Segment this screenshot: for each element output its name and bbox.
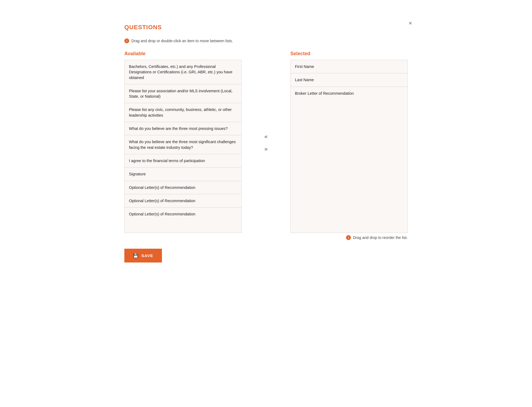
selected-list: First NameLast NameBroker Letter of Reco… xyxy=(290,60,408,233)
available-list-item[interactable]: Signature xyxy=(125,168,241,181)
available-list-item[interactable]: What do you believe are the three most s… xyxy=(125,135,241,154)
available-list-item[interactable]: Please list any civic, community, busine… xyxy=(125,103,241,122)
transfer-controls: « » xyxy=(258,51,274,154)
available-list-item[interactable]: Optional Letter(s) of Recommendation xyxy=(125,194,241,208)
available-list-item[interactable]: What do you believe are the three most p… xyxy=(125,122,241,135)
selected-list-item[interactable]: First Name xyxy=(291,60,407,73)
selected-list-item[interactable]: Last Name xyxy=(291,73,407,87)
save-button[interactable]: 💾 SAVE xyxy=(124,249,162,262)
save-icon: 💾 xyxy=(133,253,139,258)
available-section: Available Bachelors, Certificates, etc.)… xyxy=(124,51,242,233)
available-list-item[interactable]: Bachelors, Certificates, etc.) and any P… xyxy=(125,60,241,84)
available-list-item[interactable]: Please list your association and/or MLS … xyxy=(125,84,241,103)
available-list-item[interactable]: I agree to the financial terms of partic… xyxy=(125,154,241,168)
info-bar: i Drag and drop or double-click an item … xyxy=(124,38,408,43)
info-text: Drag and drop or double-click an item to… xyxy=(131,39,233,43)
move-right-button[interactable]: » xyxy=(262,145,270,154)
reorder-info-icon: i xyxy=(346,235,351,240)
lists-wrapper: Available Bachelors, Certificates, etc.)… xyxy=(124,51,408,240)
available-list: Bachelors, Certificates, etc.) and any P… xyxy=(124,60,242,233)
selected-section: Selected First NameLast NameBroker Lette… xyxy=(290,51,408,240)
available-title: Available xyxy=(124,51,242,57)
reorder-info: i Drag and drop to reorder the list. xyxy=(290,235,408,240)
move-left-button[interactable]: « xyxy=(262,132,270,141)
save-label: SAVE xyxy=(141,253,153,258)
info-icon: i xyxy=(124,38,129,43)
selected-title: Selected xyxy=(290,51,408,57)
reorder-text: Drag and drop to reorder the list. xyxy=(353,235,408,240)
selected-list-item[interactable]: Broker Letter of Recommendation xyxy=(291,87,407,100)
page-title: QUESTIONS xyxy=(124,24,408,31)
close-button[interactable]: × xyxy=(405,18,415,28)
available-list-item[interactable]: Optional Letter(s) of Recommendation xyxy=(125,181,241,194)
modal-container: × QUESTIONS i Drag and drop or double-cl… xyxy=(109,11,423,276)
available-list-item[interactable]: Optional Letter(s) of Recommendation xyxy=(125,208,241,221)
